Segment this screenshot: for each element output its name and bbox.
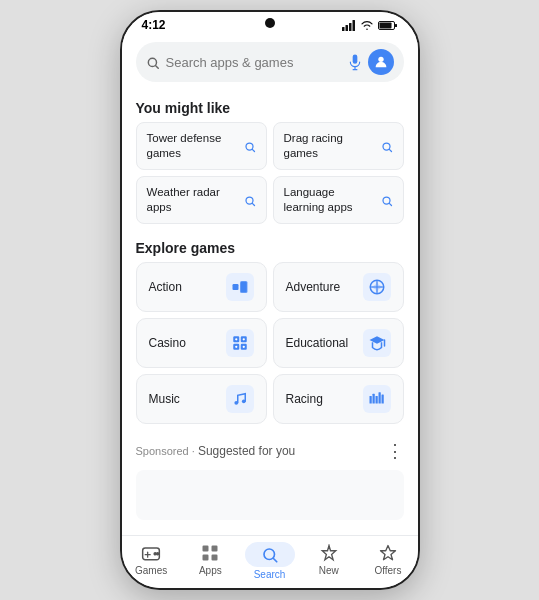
- search-nav-icon: [261, 544, 279, 564]
- status-time: 4:12: [142, 18, 166, 32]
- offers-nav-label: Offers: [374, 565, 401, 576]
- svg-rect-0: [342, 27, 345, 31]
- search-bar[interactable]: Search apps & games: [136, 42, 404, 82]
- more-options-button[interactable]: ⋮: [386, 440, 404, 462]
- chip-search-icon-3: [244, 192, 256, 207]
- offers-nav-icon: [379, 542, 397, 563]
- svg-point-37: [241, 399, 245, 403]
- svg-point-34: [242, 345, 244, 347]
- game-chip-racing[interactable]: Racing: [273, 374, 404, 424]
- svg-rect-57: [212, 555, 218, 561]
- game-chip-music[interactable]: Music: [136, 374, 267, 424]
- game-casino-label: Casino: [149, 336, 186, 350]
- nav-item-apps[interactable]: Apps: [181, 542, 240, 580]
- apps-nav-icon: [201, 542, 219, 563]
- new-nav-icon: [320, 542, 338, 563]
- svg-point-12: [378, 57, 383, 62]
- music-icon: [226, 385, 254, 413]
- svg-rect-40: [375, 396, 377, 404]
- suggested-for-you-label: Suggested for you: [198, 444, 295, 458]
- phone-shell: 4:12: [120, 10, 420, 590]
- explore-apps-section: Explore apps Watch Apps: [122, 520, 418, 535]
- sponsored-label: Sponsored ·: [136, 445, 198, 457]
- game-chip-educational[interactable]: Educational: [273, 318, 404, 368]
- svg-point-36: [234, 401, 238, 405]
- bottom-nav: Games Apps: [122, 535, 418, 588]
- game-racing-label: Racing: [286, 392, 323, 406]
- svg-rect-21: [232, 284, 238, 290]
- svg-rect-42: [381, 394, 383, 403]
- search-placeholder: Search apps & games: [166, 55, 342, 70]
- svg-line-20: [389, 203, 391, 205]
- svg-rect-2: [349, 23, 352, 31]
- svg-rect-23: [240, 282, 246, 293]
- user-avatar[interactable]: [368, 49, 394, 75]
- svg-point-31: [235, 338, 237, 340]
- svg-point-52: [154, 553, 156, 555]
- explore-games-grid: Action Adventure: [122, 262, 418, 430]
- you-might-like-title: You might like: [122, 90, 418, 122]
- svg-rect-3: [352, 20, 355, 31]
- mic-icon[interactable]: [348, 53, 362, 72]
- suggested-content-placeholder: [136, 470, 404, 520]
- wifi-icon: [360, 20, 374, 31]
- svg-rect-39: [372, 394, 374, 404]
- chip-language-learning[interactable]: Language learning apps: [273, 176, 404, 224]
- chip-weather-radar-label: Weather radar apps: [147, 185, 240, 215]
- chip-drag-racing[interactable]: Drag racing games: [273, 122, 404, 170]
- chip-drag-racing-label: Drag racing games: [284, 131, 377, 161]
- nav-item-new[interactable]: New: [299, 542, 358, 580]
- explore-apps-title: Explore apps: [122, 528, 418, 535]
- search-nav-label: Search: [254, 569, 286, 580]
- search-icon: [146, 54, 160, 70]
- suggested-title: Sponsored · Suggested for you: [136, 444, 296, 458]
- chip-weather-radar[interactable]: Weather radar apps: [136, 176, 267, 224]
- svg-line-8: [155, 66, 158, 69]
- svg-rect-1: [345, 25, 348, 31]
- svg-rect-56: [203, 555, 209, 561]
- game-chip-action[interactable]: Action: [136, 262, 267, 312]
- game-chip-adventure[interactable]: Adventure: [273, 262, 404, 312]
- svg-line-16: [389, 149, 391, 151]
- svg-line-59: [273, 559, 276, 562]
- racing-icon: [363, 385, 391, 413]
- you-might-like-grid: Tower defense games Drag racing games: [122, 122, 418, 230]
- new-nav-label: New: [319, 565, 339, 576]
- battery-icon: [378, 20, 398, 31]
- game-action-label: Action: [149, 280, 182, 294]
- educational-icon: [363, 329, 391, 357]
- nav-item-offers[interactable]: Offers: [358, 542, 417, 580]
- svg-point-33: [235, 345, 237, 347]
- apps-nav-label: Apps: [199, 565, 222, 576]
- svg-line-14: [252, 149, 254, 151]
- nav-item-games[interactable]: Games: [122, 542, 181, 580]
- svg-point-53: [157, 553, 159, 555]
- svg-rect-9: [352, 55, 357, 64]
- chip-tower-defense[interactable]: Tower defense games: [136, 122, 267, 170]
- games-nav-label: Games: [135, 565, 167, 576]
- notch: [265, 18, 275, 28]
- game-adventure-label: Adventure: [286, 280, 341, 294]
- nav-item-search[interactable]: Search: [240, 542, 299, 580]
- chip-language-learning-label: Language learning apps: [284, 185, 377, 215]
- svg-rect-38: [369, 396, 371, 404]
- action-icon: [226, 273, 254, 301]
- game-music-label: Music: [149, 392, 180, 406]
- explore-games-title: Explore games: [122, 230, 418, 262]
- games-nav-icon: [141, 542, 161, 563]
- svg-rect-5: [379, 22, 391, 28]
- svg-line-18: [252, 203, 254, 205]
- chip-search-icon-4: [381, 192, 393, 207]
- suggested-header: Sponsored · Suggested for you ⋮: [122, 430, 418, 470]
- scroll-content: You might like Tower defense games Drag …: [122, 90, 418, 535]
- svg-point-32: [242, 338, 244, 340]
- game-chip-casino[interactable]: Casino: [136, 318, 267, 368]
- search-bar-container: Search apps & games: [122, 36, 418, 90]
- svg-rect-54: [203, 546, 209, 552]
- status-icons: [342, 20, 398, 31]
- signal-icon: [342, 20, 356, 31]
- chip-search-icon: [244, 138, 256, 153]
- svg-rect-55: [212, 546, 218, 552]
- chip-tower-defense-label: Tower defense games: [147, 131, 240, 161]
- svg-rect-6: [395, 24, 397, 27]
